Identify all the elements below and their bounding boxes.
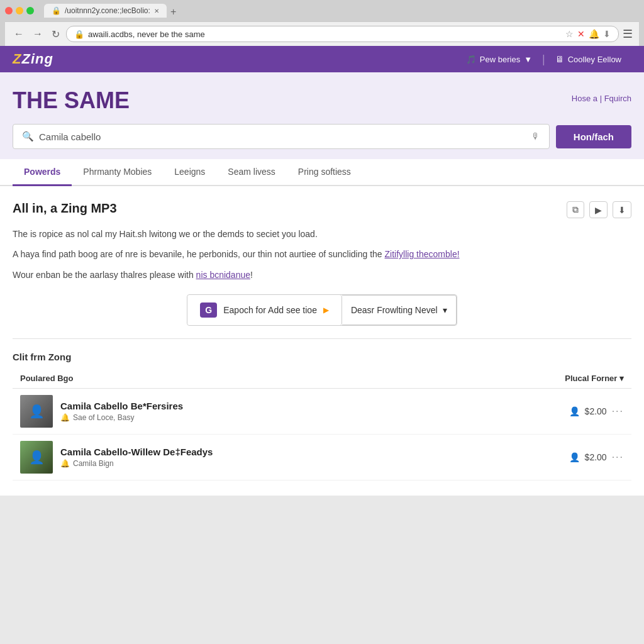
close-button[interactable] (5, 7, 13, 14)
download-icon[interactable]: ⬇ (603, 29, 611, 39)
search-bar[interactable]: 🔍 Camila cabello 🎙 (13, 124, 550, 149)
result-sub-text-1: Sae of Loce, Basy (73, 413, 134, 422)
desc3-link[interactable]: nis bcnidanue (196, 270, 250, 280)
result-info-2: Camila Cabello-Willew De‡Feadys 🔔 Camila… (60, 447, 462, 468)
price-user-icon-1: 👤 (569, 406, 580, 416)
tabs-nav: Powerds Phrmanty Mobies Leeigns Seam liv… (0, 159, 644, 186)
tab-lock-icon: 🔒 (52, 6, 61, 15)
price-cell-1: 👤 $2.00 ··· (469, 389, 631, 435)
logo-text: Zing (21, 51, 53, 67)
forward-button[interactable]: → (30, 28, 45, 40)
section-desc-1: The is ropice as nol cal my Hait.sh lwit… (13, 227, 631, 241)
more-button-2[interactable]: ··· (612, 452, 624, 463)
result-cell-2: 👤 Camila Cabello-Willew De‡Feadys 🔔 Cami… (13, 435, 469, 480)
search-submit-button[interactable]: Hon/fach (556, 125, 631, 148)
bookmark-icon[interactable]: ☆ (565, 29, 574, 39)
result-sub-icon-1: 🔔 (60, 413, 70, 422)
page-title: THE SAME (13, 87, 130, 114)
microphone-icon[interactable]: 🎙 (531, 131, 540, 142)
section-toolbar: ⧉ ▶ ⬇ (567, 201, 631, 218)
tab-pring-softiess[interactable]: Pring softiess (287, 159, 362, 186)
browser-tab[interactable]: 🔒 /uoitnnn2y.cone:;lecBolio: ✕ (44, 4, 167, 18)
monitor-icon: 🖥 (555, 54, 564, 64)
stop-icon[interactable]: ✕ (577, 29, 585, 39)
tab-phrmanty-mobies[interactable]: Phrmanty Mobies (72, 159, 163, 186)
result-name-2[interactable]: Camila Cabello-Willew De‡Feadys (60, 447, 462, 457)
result-sub-2: 🔔 Camila Bign (60, 459, 462, 468)
price-value-2: $2.00 (585, 452, 607, 462)
browser-menu-button[interactable]: ☰ (623, 27, 633, 41)
action-main-text: Eapoch for Add see tioe (223, 305, 317, 315)
desc2-text-start: A haya find path boog are of nre is beva… (13, 249, 385, 259)
tab-powerds[interactable]: Powerds (13, 159, 72, 186)
table-row: 👤 Camila Cabello-Willew De‡Feadys 🔔 Cami… (13, 435, 631, 480)
section-desc-3: Wour enban be the aarlasy thalres please… (13, 268, 631, 282)
action-arrow-icon: ▶ (323, 306, 329, 314)
user-icon: 🎵 (466, 55, 476, 64)
desc2-link[interactable]: Zitifyllig thecomble! (385, 249, 460, 259)
download-button[interactable]: ⬇ (613, 201, 631, 218)
search-right-links[interactable]: Hose a | Fquirch (572, 94, 631, 103)
results-table: Poulared Bgo Plucal Forner ▾ 👤 Camila Ca… (13, 369, 631, 480)
result-name-1[interactable]: Camila Cabello Be*Fersires (60, 401, 462, 411)
search-input[interactable]: Camila cabello (39, 131, 526, 142)
logo-accent: Z (13, 51, 21, 67)
action-dropdown-button[interactable]: Deasr Frowlting Nevel ▾ (342, 295, 457, 325)
desc3-text-start: Wour enban be the aarlasy thalres please… (13, 270, 196, 280)
address-security-icon: 🔒 (74, 30, 84, 39)
dropdown-chevron-icon: ▾ (443, 305, 447, 315)
price-cell-2: 👤 $2.00 ··· (469, 435, 631, 480)
header-user-button[interactable]: 🎵 Pew beries ▼ (456, 55, 542, 64)
zing-logo: ZZing (13, 51, 53, 67)
col-price-header: Plucal Forner ▾ (469, 369, 631, 389)
minimize-button[interactable] (16, 7, 23, 14)
tab-seam-livess[interactable]: Seam livess (216, 159, 286, 186)
refresh-button[interactable]: ↻ (49, 28, 62, 40)
play-button[interactable]: ▶ (589, 201, 608, 218)
result-sub-text-2: Camila Bign (73, 459, 114, 468)
user-label: Pew beries (480, 55, 520, 64)
result-sub-icon-2: 🔔 (60, 459, 70, 468)
address-bar[interactable]: 🔒 awaili.acdbs, never be the same ☆ ✕ 🔔 … (66, 26, 619, 42)
desc3-text-end: ! (250, 270, 253, 280)
action-main-button[interactable]: G Eapoch for Add see tioe ▶ (187, 295, 342, 325)
maximize-button[interactable] (26, 7, 34, 14)
section-title: All in, a Zing MP3 (13, 201, 117, 216)
notification-icon[interactable]: 🔔 (589, 29, 599, 39)
table-row: 👤 Camila Cabello Be*Fersires 🔔 Sae of Lo… (13, 389, 631, 435)
content-divider (13, 338, 631, 339)
thumbnail-1: 👤 (20, 395, 53, 428)
table-section-title: Clit frm Zong (13, 352, 631, 362)
result-info-1: Camila Cabello Be*Fersires 🔔 Sae of Loce… (60, 401, 462, 422)
more-button-1[interactable]: ··· (612, 406, 624, 417)
user-dropdown-icon: ▼ (524, 55, 532, 64)
tab-close-button[interactable]: ✕ (154, 8, 159, 14)
price-user-icon-2: 👤 (569, 452, 580, 462)
tab-leeigns[interactable]: Leeigns (163, 159, 216, 186)
col-sort-icon: ▾ (619, 374, 624, 383)
search-icon: 🔍 (22, 131, 34, 142)
thumbnail-2: 👤 (20, 441, 53, 474)
tab-label: /uoitnnn2y.cone:;lecBolio: (65, 6, 150, 15)
account-label: Coolley Eellow (568, 55, 621, 64)
col-price-label: Plucal Forner (565, 374, 617, 383)
price-value-1: $2.00 (585, 406, 607, 416)
new-tab-button[interactable]: + (167, 6, 180, 18)
result-sub-1: 🔔 Sae of Loce, Basy (60, 413, 462, 422)
dropdown-text: Deasr Frowlting Nevel (351, 305, 438, 315)
section-desc-2: A haya find path boog are of nre is beva… (13, 247, 631, 261)
header-account-button[interactable]: 🖥 Coolley Eellow (545, 54, 631, 64)
action-logo: G (200, 303, 217, 318)
col-name-header: Poulared Bgo (13, 369, 469, 389)
result-cell-1: 👤 Camila Cabello Be*Fersires 🔔 Sae of Lo… (13, 389, 469, 435)
address-text: awaili.acdbs, never be the same (88, 30, 562, 39)
copy-button[interactable]: ⧉ (567, 201, 584, 218)
back-button[interactable]: ← (11, 28, 26, 40)
